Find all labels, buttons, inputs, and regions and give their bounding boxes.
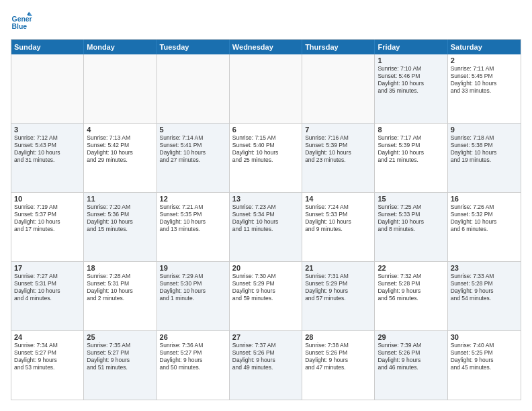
day-cell-18: 18Sunrise: 7:28 AM Sunset: 5:31 PM Dayli… bbox=[84, 262, 157, 330]
day-detail: Sunrise: 7:29 AM Sunset: 5:30 PM Dayligh… bbox=[160, 273, 226, 302]
calendar-row-1: 3Sunrise: 7:12 AM Sunset: 5:43 PM Daylig… bbox=[11, 123, 521, 192]
empty-cell-0-2 bbox=[157, 54, 230, 123]
day-number: 14 bbox=[305, 195, 371, 203]
day-cell-11: 11Sunrise: 7:20 AM Sunset: 5:36 PM Dayli… bbox=[84, 193, 157, 261]
day-number: 11 bbox=[87, 195, 153, 203]
day-detail: Sunrise: 7:40 AM Sunset: 5:25 PM Dayligh… bbox=[451, 342, 518, 371]
day-cell-19: 19Sunrise: 7:29 AM Sunset: 5:30 PM Dayli… bbox=[157, 262, 230, 330]
header-day-monday: Monday bbox=[84, 40, 157, 54]
day-detail: Sunrise: 7:35 AM Sunset: 5:27 PM Dayligh… bbox=[87, 342, 153, 371]
day-number: 9 bbox=[451, 126, 518, 134]
day-number: 24 bbox=[14, 333, 81, 341]
day-cell-27: 27Sunrise: 7:37 AM Sunset: 5:26 PM Dayli… bbox=[230, 331, 302, 400]
day-cell-12: 12Sunrise: 7:21 AM Sunset: 5:35 PM Dayli… bbox=[157, 193, 230, 261]
day-detail: Sunrise: 7:20 AM Sunset: 5:36 PM Dayligh… bbox=[87, 203, 153, 233]
day-detail: Sunrise: 7:30 AM Sunset: 5:29 PM Dayligh… bbox=[232, 273, 299, 302]
day-detail: Sunrise: 7:31 AM Sunset: 5:29 PM Dayligh… bbox=[305, 273, 371, 302]
day-cell-17: 17Sunrise: 7:27 AM Sunset: 5:31 PM Dayli… bbox=[11, 262, 84, 330]
day-cell-29: 29Sunrise: 7:39 AM Sunset: 5:26 PM Dayli… bbox=[375, 331, 447, 400]
day-cell-26: 26Sunrise: 7:36 AM Sunset: 5:27 PM Dayli… bbox=[157, 331, 230, 400]
day-number: 15 bbox=[378, 195, 444, 203]
day-cell-25: 25Sunrise: 7:35 AM Sunset: 5:27 PM Dayli… bbox=[84, 331, 157, 400]
svg-text:Blue: Blue bbox=[12, 23, 28, 30]
day-cell-30: 30Sunrise: 7:40 AM Sunset: 5:25 PM Dayli… bbox=[448, 331, 521, 400]
day-detail: Sunrise: 7:36 AM Sunset: 5:27 PM Dayligh… bbox=[160, 342, 226, 371]
header: General Blue bbox=[11, 11, 521, 32]
day-cell-24: 24Sunrise: 7:34 AM Sunset: 5:27 PM Dayli… bbox=[11, 331, 84, 400]
day-cell-14: 14Sunrise: 7:24 AM Sunset: 5:33 PM Dayli… bbox=[302, 193, 375, 261]
day-detail: Sunrise: 7:27 AM Sunset: 5:31 PM Dayligh… bbox=[14, 273, 81, 302]
header-day-sunday: Sunday bbox=[11, 40, 84, 54]
calendar-row-4: 24Sunrise: 7:34 AM Sunset: 5:27 PM Dayli… bbox=[11, 330, 521, 400]
day-cell-8: 8Sunrise: 7:17 AM Sunset: 5:39 PM Daylig… bbox=[375, 124, 447, 192]
day-number: 23 bbox=[451, 264, 518, 272]
day-number: 13 bbox=[232, 195, 299, 203]
day-number: 3 bbox=[14, 126, 81, 134]
day-detail: Sunrise: 7:16 AM Sunset: 5:39 PM Dayligh… bbox=[305, 134, 371, 164]
day-number: 4 bbox=[87, 126, 153, 134]
day-number: 19 bbox=[160, 264, 226, 272]
calendar-body: 1Sunrise: 7:10 AM Sunset: 5:46 PM Daylig… bbox=[11, 54, 521, 400]
day-cell-7: 7Sunrise: 7:16 AM Sunset: 5:39 PM Daylig… bbox=[302, 124, 375, 192]
day-detail: Sunrise: 7:33 AM Sunset: 5:28 PM Dayligh… bbox=[451, 273, 518, 302]
day-detail: Sunrise: 7:14 AM Sunset: 5:41 PM Dayligh… bbox=[160, 134, 226, 164]
empty-cell-0-4 bbox=[302, 54, 375, 123]
calendar-row-3: 17Sunrise: 7:27 AM Sunset: 5:31 PM Dayli… bbox=[11, 261, 521, 330]
day-cell-23: 23Sunrise: 7:33 AM Sunset: 5:28 PM Dayli… bbox=[448, 262, 521, 330]
page: General Blue SundayMondayTuesdayWednesda… bbox=[0, 0, 532, 411]
day-detail: Sunrise: 7:39 AM Sunset: 5:26 PM Dayligh… bbox=[378, 342, 444, 371]
svg-text:General: General bbox=[12, 15, 32, 23]
day-number: 6 bbox=[232, 126, 299, 134]
day-cell-3: 3Sunrise: 7:12 AM Sunset: 5:43 PM Daylig… bbox=[11, 124, 84, 192]
day-number: 8 bbox=[378, 126, 444, 134]
day-cell-21: 21Sunrise: 7:31 AM Sunset: 5:29 PM Dayli… bbox=[302, 262, 375, 330]
day-cell-15: 15Sunrise: 7:25 AM Sunset: 5:33 PM Dayli… bbox=[375, 193, 447, 261]
header-day-tuesday: Tuesday bbox=[157, 40, 230, 54]
day-cell-16: 16Sunrise: 7:26 AM Sunset: 5:32 PM Dayli… bbox=[448, 193, 521, 261]
day-detail: Sunrise: 7:17 AM Sunset: 5:39 PM Dayligh… bbox=[378, 134, 444, 164]
header-day-saturday: Saturday bbox=[448, 40, 521, 54]
day-number: 17 bbox=[14, 264, 81, 272]
empty-cell-0-3 bbox=[230, 54, 302, 123]
day-cell-28: 28Sunrise: 7:38 AM Sunset: 5:26 PM Dayli… bbox=[302, 331, 375, 400]
day-number: 18 bbox=[87, 264, 153, 272]
day-number: 25 bbox=[87, 333, 153, 341]
day-cell-6: 6Sunrise: 7:15 AM Sunset: 5:40 PM Daylig… bbox=[230, 124, 302, 192]
header-day-thursday: Thursday bbox=[302, 40, 375, 54]
day-detail: Sunrise: 7:37 AM Sunset: 5:26 PM Dayligh… bbox=[232, 342, 299, 371]
day-cell-5: 5Sunrise: 7:14 AM Sunset: 5:41 PM Daylig… bbox=[157, 124, 230, 192]
day-detail: Sunrise: 7:11 AM Sunset: 5:45 PM Dayligh… bbox=[451, 65, 518, 95]
day-detail: Sunrise: 7:19 AM Sunset: 5:37 PM Dayligh… bbox=[14, 203, 81, 233]
day-number: 7 bbox=[305, 126, 371, 134]
day-cell-13: 13Sunrise: 7:23 AM Sunset: 5:34 PM Dayli… bbox=[230, 193, 302, 261]
day-detail: Sunrise: 7:23 AM Sunset: 5:34 PM Dayligh… bbox=[232, 203, 299, 233]
day-detail: Sunrise: 7:15 AM Sunset: 5:40 PM Dayligh… bbox=[232, 134, 299, 164]
calendar: SundayMondayTuesdayWednesdayThursdayFrid… bbox=[11, 39, 521, 400]
day-detail: Sunrise: 7:28 AM Sunset: 5:31 PM Dayligh… bbox=[87, 273, 153, 302]
day-detail: Sunrise: 7:24 AM Sunset: 5:33 PM Dayligh… bbox=[305, 203, 371, 233]
day-detail: Sunrise: 7:25 AM Sunset: 5:33 PM Dayligh… bbox=[378, 203, 444, 233]
day-number: 5 bbox=[160, 126, 226, 134]
day-cell-9: 9Sunrise: 7:18 AM Sunset: 5:38 PM Daylig… bbox=[448, 124, 521, 192]
day-number: 16 bbox=[451, 195, 518, 203]
day-detail: Sunrise: 7:10 AM Sunset: 5:46 PM Dayligh… bbox=[378, 65, 444, 95]
day-number: 10 bbox=[14, 195, 81, 203]
calendar-header: SundayMondayTuesdayWednesdayThursdayFrid… bbox=[11, 40, 521, 54]
day-detail: Sunrise: 7:21 AM Sunset: 5:35 PM Dayligh… bbox=[160, 203, 226, 233]
day-number: 22 bbox=[378, 264, 444, 272]
day-number: 26 bbox=[160, 333, 226, 341]
day-cell-4: 4Sunrise: 7:13 AM Sunset: 5:42 PM Daylig… bbox=[84, 124, 157, 192]
day-cell-20: 20Sunrise: 7:30 AM Sunset: 5:29 PM Dayli… bbox=[230, 262, 302, 330]
day-cell-1: 1Sunrise: 7:10 AM Sunset: 5:46 PM Daylig… bbox=[375, 54, 447, 123]
empty-cell-0-1 bbox=[84, 54, 157, 123]
logo-icon: General Blue bbox=[11, 11, 32, 32]
header-day-friday: Friday bbox=[375, 40, 447, 54]
day-number: 30 bbox=[451, 333, 518, 341]
day-detail: Sunrise: 7:38 AM Sunset: 5:26 PM Dayligh… bbox=[305, 342, 371, 371]
day-number: 2 bbox=[451, 56, 518, 64]
day-detail: Sunrise: 7:18 AM Sunset: 5:38 PM Dayligh… bbox=[451, 134, 518, 164]
empty-cell-0-0 bbox=[11, 54, 84, 123]
day-detail: Sunrise: 7:32 AM Sunset: 5:28 PM Dayligh… bbox=[378, 273, 444, 302]
day-number: 1 bbox=[378, 56, 444, 64]
logo: General Blue bbox=[11, 11, 35, 32]
